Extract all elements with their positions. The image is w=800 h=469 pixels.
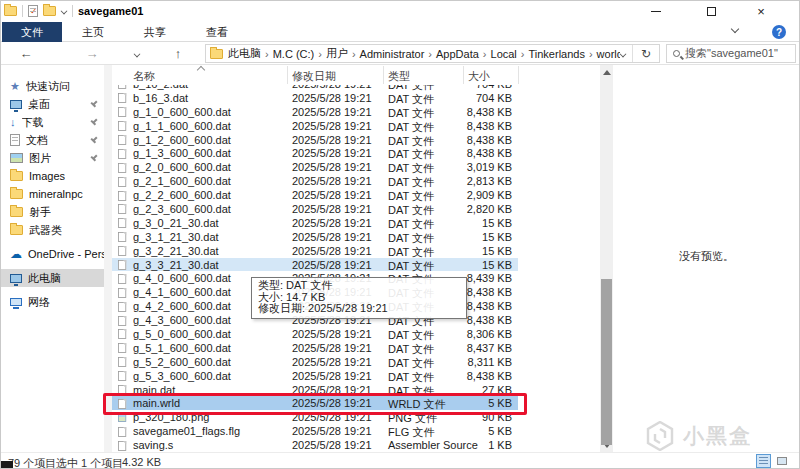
sidebar-item-此电脑[interactable]: 此电脑 [0, 269, 104, 287]
table-row[interactable]: g_3_1_21_30.dat 2025/5/28 19:21 DAT 文件 1… [112, 230, 518, 244]
qat-customize-chevron-icon[interactable] [61, 8, 68, 15]
sidebar-item-射手[interactable]: 射手 [0, 203, 104, 221]
file-list-scrollbar[interactable] [600, 65, 613, 453]
breadcrumb-segment[interactable]: Local [491, 48, 517, 60]
table-row[interactable]: p_320_180.png 2025/5/28 19:21 PNG 文件 90 … [112, 410, 518, 424]
table-row[interactable]: g_2_1_600_600.dat 2025/5/28 19:21 DAT 文件… [112, 174, 518, 188]
thumbnail-view-button[interactable] [774, 454, 789, 468]
help-button[interactable]: ? [772, 25, 786, 39]
table-row[interactable]: b_16_3.dat 2025/5/28 19:21 DAT 文件 704 KB [112, 91, 518, 105]
table-row[interactable]: g_5_2_600_600.dat 2025/5/28 19:21 DAT 文件… [112, 355, 518, 369]
table-row[interactable]: g_1_3_600_600.dat 2025/5/28 19:21 DAT 文件… [112, 146, 518, 160]
sidebar-item-mineralnpc[interactable]: mineralnpc [0, 185, 104, 203]
table-row[interactable]: g_5_1_600_600.dat 2025/5/28 19:21 DAT 文件… [112, 341, 518, 355]
breadcrumb-segment[interactable]: 用户 [326, 46, 348, 61]
breadcrumb-segment[interactable]: AppData [436, 48, 479, 60]
file-name: g_3_2_21_30.dat [133, 245, 293, 257]
file-name: g_1_1_600_600.dat [133, 120, 293, 132]
file-size: 1 KB [452, 439, 512, 451]
sidebar-item-OneDrive - Persona[interactable]: ☁ OneDrive - Persona [0, 245, 104, 263]
search-input[interactable]: 搜索"savegame01" [666, 44, 796, 63]
refresh-button[interactable]: ↻ [633, 45, 659, 62]
sidebar-item-下载[interactable]: ↓ 下载 [0, 113, 104, 131]
column-divider[interactable] [463, 66, 464, 84]
breadcrumb-separator-icon[interactable]: › [483, 48, 487, 60]
address-bar[interactable]: 此电脑›M.C (C:)›用户›Administrator›AppData›Lo… [205, 44, 660, 63]
sidebar-item-武器类[interactable]: 武器类 [0, 221, 104, 239]
up-button[interactable]: ↑ [168, 44, 188, 62]
sidebar-item-label: 桌面 [28, 97, 50, 112]
breadcrumb-segment[interactable]: Administrator [360, 48, 425, 60]
tab-file[interactable]: 文件 [2, 22, 62, 42]
new-folder-icon[interactable] [43, 6, 56, 16]
column-header-size[interactable]: 大小 [468, 69, 490, 84]
folder-icon[interactable] [4, 6, 17, 16]
breadcrumb-segment[interactable]: 此电脑 [228, 46, 261, 61]
close-button[interactable]: × [745, 0, 777, 22]
table-row[interactable]: g_2_3_600_600.dat 2025/5/28 19:21 DAT 文件… [112, 202, 518, 216]
table-row[interactable]: g_1_2_600_600.dat 2025/5/28 19:21 DAT 文件… [112, 133, 518, 147]
table-row[interactable]: g_5_3_600_600.dat 2025/5/28 19:21 DAT 文件… [112, 369, 518, 383]
back-button[interactable]: ← [16, 44, 36, 62]
table-row[interactable]: g_3_2_21_30.dat 2025/5/28 19:21 DAT 文件 1… [112, 244, 518, 258]
column-header-name[interactable]: 名称 [133, 69, 155, 84]
sidebar-scrollbar[interactable] [104, 65, 112, 453]
table-row[interactable]: g_1_1_600_600.dat 2025/5/28 19:21 DAT 文件… [112, 119, 518, 133]
file-icon [118, 107, 126, 117]
file-size: 8,306 KB [452, 328, 512, 340]
details-view-button[interactable] [756, 454, 771, 468]
column-divider[interactable] [518, 66, 519, 84]
sidebar-item-图片[interactable]: 图片 [0, 149, 104, 167]
sidebar-item-label: Images [29, 170, 65, 182]
file-icon [118, 260, 126, 270]
scroll-up-icon[interactable] [603, 70, 611, 75]
maximize-button[interactable] [695, 0, 727, 22]
sidebar-item-Images[interactable]: Images [0, 167, 104, 185]
sidebar-item-网络[interactable]: 网络 [0, 293, 104, 311]
table-row[interactable]: g_3_3_21_30.dat 2025/5/28 19:21 DAT 文件 1… [112, 258, 518, 272]
breadcrumb-separator-icon[interactable]: › [428, 48, 432, 60]
file-size: 5 KB [452, 425, 512, 437]
properties-check-icon[interactable]: ✓ [28, 5, 38, 17]
column-divider[interactable] [383, 66, 384, 84]
column-header-type[interactable]: 类型 [388, 69, 410, 84]
file-date: 2025/5/28 19:21 [292, 384, 372, 396]
column-header-date[interactable]: 修改日期 [292, 69, 336, 84]
file-icon [118, 357, 126, 367]
tab-共享[interactable]: 共享 [124, 22, 186, 42]
minimize-button[interactable] [640, 0, 672, 22]
table-row[interactable]: g_1_0_600_600.dat 2025/5/28 19:21 DAT 文件… [112, 105, 518, 119]
table-row[interactable]: main.wrld 2025/5/28 19:21 WRLD 文件 5 KB [112, 396, 518, 410]
file-name: g_3_1_21_30.dat [133, 231, 293, 243]
sidebar-item-快速访问[interactable]: ★ 快速访问 [0, 77, 104, 95]
sidebar-item-文档[interactable]: 文档 [0, 131, 104, 149]
column-divider[interactable] [287, 66, 288, 84]
breadcrumb-separator-icon[interactable]: › [352, 48, 356, 60]
file-size: 5 KB [452, 397, 512, 409]
table-row[interactable]: g_2_0_600_600.dat 2025/5/28 19:21 DAT 文件… [112, 160, 518, 174]
table-row[interactable]: g_2_2_600_600.dat 2025/5/28 19:21 DAT 文件… [112, 188, 518, 202]
breadcrumb-separator-icon[interactable]: › [589, 48, 593, 60]
breadcrumb-segment[interactable]: worlds [597, 48, 620, 60]
breadcrumb-separator-icon[interactable]: › [521, 48, 525, 60]
folder-icon [10, 171, 23, 181]
table-row[interactable]: g_5_0_600_600.dat 2025/5/28 19:21 DAT 文件… [112, 327, 518, 341]
scrollbar-thumb[interactable] [601, 279, 612, 445]
file-icon [118, 177, 126, 187]
table-row[interactable]: main.dat 2025/5/28 19:21 DAT 文件 27 KB [112, 383, 518, 397]
tab-查看[interactable]: 查看 [186, 22, 248, 42]
breadcrumb-segment[interactable]: Tinkerlands [528, 48, 584, 60]
table-row[interactable]: saving.s 2025/5/28 19:21 Assembler Sourc… [112, 438, 518, 452]
recent-locations-chevron-icon[interactable] [134, 51, 141, 58]
breadcrumb-separator-icon[interactable]: › [265, 48, 269, 60]
tab-主页[interactable]: 主页 [62, 22, 124, 42]
sidebar-item-桌面[interactable]: 桌面 [0, 95, 104, 113]
table-row[interactable]: savegame01_flags.flg 2025/5/28 19:21 FLG… [112, 424, 518, 438]
forward-button[interactable]: → [82, 44, 102, 62]
address-dropdown-chevron-icon[interactable] [620, 50, 627, 57]
breadcrumb-segment[interactable]: M.C (C:) [273, 48, 315, 60]
breadcrumb-separator-icon[interactable]: › [318, 48, 322, 60]
ribbon-collapse-chevron-icon[interactable] [731, 25, 739, 33]
table-row[interactable]: g_3_0_21_30.dat 2025/5/28 19:21 DAT 文件 1… [112, 216, 518, 230]
file-name: g_3_3_21_30.dat [133, 259, 293, 271]
